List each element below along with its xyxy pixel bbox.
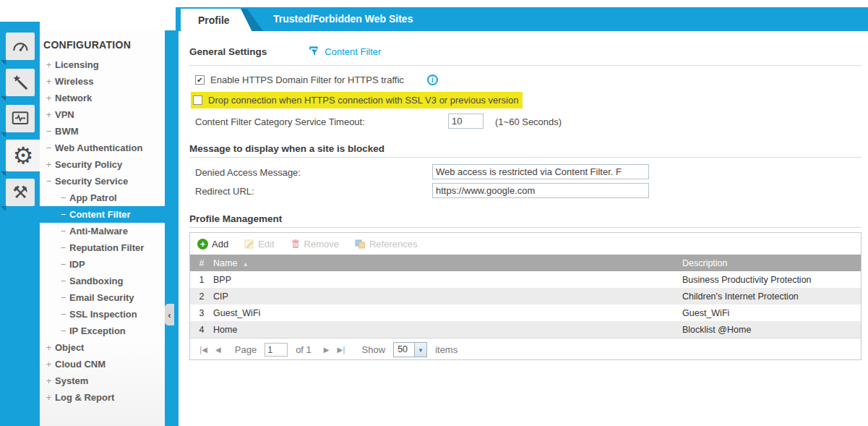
first-page-button[interactable]: |◀ xyxy=(199,346,207,354)
denied-message-label: Denied Access Message: xyxy=(195,167,301,178)
expand-toggle-icon[interactable]: + xyxy=(44,156,53,173)
sidebar-item-system[interactable]: +System xyxy=(40,372,165,389)
expand-toggle-icon[interactable]: − xyxy=(59,239,68,256)
wizard-wand-icon[interactable] xyxy=(6,69,35,96)
sidebar-item-idp[interactable]: −IDP xyxy=(40,256,165,273)
prev-page-button[interactable]: ◀ xyxy=(215,346,221,354)
dashboard-gauge-icon[interactable] xyxy=(6,33,35,60)
monitor-pulse-icon[interactable] xyxy=(6,105,35,132)
expand-toggle-icon[interactable]: + xyxy=(44,73,53,90)
references-button-label: References xyxy=(369,239,417,250)
page-input[interactable] xyxy=(265,343,288,357)
content-filter-link[interactable]: Content Filter xyxy=(309,46,381,57)
sidebar-item-object[interactable]: +Object xyxy=(40,339,165,356)
expand-toggle-icon[interactable]: − xyxy=(59,256,68,273)
expand-toggle-icon[interactable]: + xyxy=(44,56,53,73)
table-row[interactable]: 4HomeBlocklist @Home xyxy=(190,321,861,338)
expand-toggle-icon[interactable]: − xyxy=(44,123,53,140)
next-page-button[interactable]: ▶ xyxy=(324,346,330,354)
sidebar-item-vpn[interactable]: +VPN xyxy=(40,106,165,123)
remove-button[interactable]: Remove xyxy=(291,239,339,250)
table-row[interactable]: 3Guest_WiFiGuest_WiFi xyxy=(190,304,861,321)
tab-bar: Profile Trusted/Forbidden Web Sites xyxy=(176,7,868,31)
sidebar-item-app-patrol[interactable]: −App Patrol xyxy=(40,189,165,206)
tab-trusted-forbidden-web-sites[interactable]: Trusted/Forbidden Web Sites xyxy=(273,7,413,31)
timeout-input[interactable] xyxy=(448,114,484,129)
sidebar-item-reputation-filter[interactable]: −Reputation Filter xyxy=(40,239,165,256)
references-button[interactable]: References xyxy=(355,239,417,250)
expand-toggle-icon[interactable]: − xyxy=(59,223,68,239)
profile-management-box: + Add Edit R xyxy=(189,232,861,360)
sidebar-item-label: Content Filter xyxy=(69,206,131,223)
sidebar-menu: +Licensing+Wireless+Network+VPN−BWM−Web … xyxy=(40,56,165,406)
sidebar-item-sandboxing[interactable]: −Sandboxing xyxy=(40,273,165,289)
sidebar-item-licensing[interactable]: +Licensing xyxy=(40,56,165,73)
table-row[interactable]: 2CIPChildren's Internet Protection xyxy=(190,288,861,304)
drop-ssl-checkbox[interactable] xyxy=(193,95,202,105)
column-header-description[interactable]: Description xyxy=(682,258,861,268)
sidebar-item-bwm[interactable]: −BWM xyxy=(40,123,165,140)
sidebar-item-ssl-inspection[interactable]: −SSL Inspection xyxy=(40,306,165,323)
sidebar-item-label: System xyxy=(55,372,88,389)
sidebar-item-ip-exception[interactable]: −IP Exception xyxy=(40,323,165,339)
redirect-url-input[interactable] xyxy=(432,183,649,198)
edit-button[interactable]: Edit xyxy=(244,239,274,250)
profile-management-heading: Profile Management xyxy=(189,213,282,224)
expand-toggle-icon[interactable]: − xyxy=(59,289,68,306)
expand-toggle-icon[interactable]: − xyxy=(44,173,53,189)
expand-toggle-icon[interactable]: − xyxy=(59,306,68,323)
edit-pencil-icon xyxy=(244,239,254,249)
expand-toggle-icon[interactable]: + xyxy=(44,356,53,372)
sidebar-item-label: Object xyxy=(55,339,84,356)
sidebar-title: CONFIGURATION xyxy=(40,30,165,56)
configuration-gear-icon[interactable]: ⚙ xyxy=(6,140,40,171)
expand-toggle-icon[interactable]: − xyxy=(59,189,68,206)
sidebar-item-anti-malware[interactable]: −Anti-Malware xyxy=(40,223,165,239)
expand-toggle-icon[interactable]: + xyxy=(44,389,53,406)
sidebar-item-label: Reputation Filter xyxy=(69,239,144,256)
sidebar-collapse-button[interactable]: ‹ xyxy=(165,304,174,325)
sidebar-item-wireless[interactable]: +Wireless xyxy=(40,73,165,90)
sidebar-item-label: Web Authentication xyxy=(55,140,142,156)
tab-profile[interactable]: Profile xyxy=(181,9,252,32)
expand-toggle-icon[interactable]: − xyxy=(59,323,68,339)
expand-toggle-icon[interactable]: − xyxy=(44,140,53,156)
info-icon[interactable]: i xyxy=(427,74,438,85)
sidebar-item-security-policy[interactable]: +Security Policy xyxy=(40,156,165,173)
sidebar-item-web-authentication[interactable]: −Web Authentication xyxy=(40,140,165,156)
sidebar-item-log-report[interactable]: +Log & Report xyxy=(40,389,165,406)
sort-ascending-icon: ▲ xyxy=(243,261,249,268)
expand-toggle-icon[interactable]: + xyxy=(44,372,53,389)
sidebar-item-cloud-cnm[interactable]: +Cloud CNM xyxy=(40,356,165,372)
tools-glyph: ⚒ xyxy=(12,182,28,203)
add-button[interactable]: + Add xyxy=(197,239,228,250)
denied-message-input[interactable] xyxy=(432,164,649,179)
sidebar-item-label: Anti-Malware xyxy=(69,223,128,239)
sidebar-item-label: BWM xyxy=(55,123,79,140)
add-plus-icon: + xyxy=(197,239,208,250)
sidebar-item-email-security[interactable]: −Email Security xyxy=(40,289,165,306)
expand-toggle-icon[interactable]: + xyxy=(44,90,53,106)
sidebar-item-label: Security Service xyxy=(55,173,128,189)
sidebar-item-security-service[interactable]: −Security Service xyxy=(40,173,165,189)
sidebar-item-label: Network xyxy=(55,90,92,106)
sidebar-item-network[interactable]: +Network xyxy=(40,90,165,106)
cell-desc: Children's Internet Protection xyxy=(682,291,861,302)
sidebar-item-label: Cloud CNM xyxy=(55,356,106,372)
column-header-name[interactable]: Name ▲ xyxy=(213,258,682,268)
expand-toggle-icon[interactable]: − xyxy=(59,206,68,223)
show-items-dropdown[interactable]: 50 ▾ xyxy=(393,342,427,357)
column-header-num[interactable]: # xyxy=(190,258,213,268)
pulse-glyph xyxy=(10,108,30,129)
expand-toggle-icon[interactable]: − xyxy=(59,273,68,289)
sidebar-divider-strip xyxy=(165,30,179,426)
expand-toggle-icon[interactable]: + xyxy=(44,339,53,356)
last-page-button[interactable]: ▶| xyxy=(338,346,345,354)
maintenance-tools-icon[interactable]: ⚒ xyxy=(6,179,35,206)
sidebar-item-content-filter[interactable]: −Content Filter xyxy=(40,206,165,223)
cell-num: 4 xyxy=(190,325,213,335)
expand-toggle-icon[interactable]: + xyxy=(44,106,53,123)
enable-https-filter-checkbox[interactable] xyxy=(195,75,205,85)
table-row[interactable]: 1BPPBusiness Productivity Protection xyxy=(190,271,861,288)
filter-icon xyxy=(309,46,320,57)
